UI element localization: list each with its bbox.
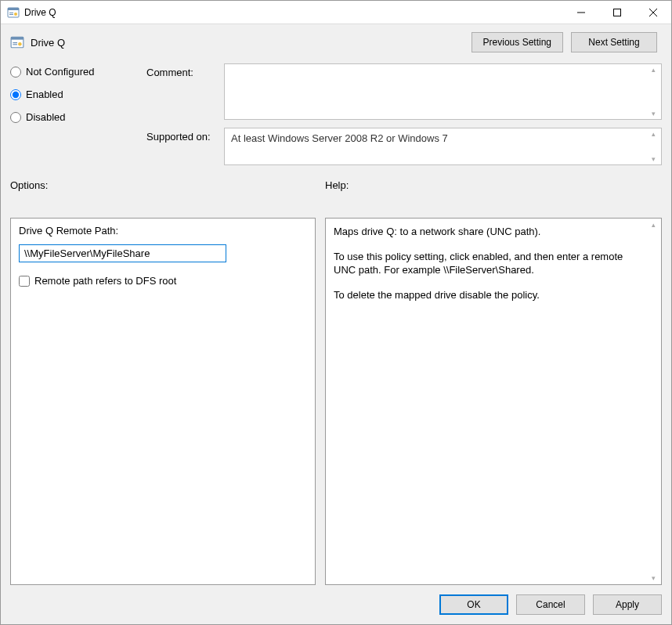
remote-path-label: Drive Q Remote Path: [19, 225, 307, 237]
svg-rect-10 [11, 37, 23, 39]
radio-disabled[interactable]: Disabled [10, 111, 143, 123]
cancel-button[interactable]: Cancel [516, 594, 585, 615]
svg-rect-2 [9, 13, 13, 13]
help-text: Maps drive Q: to a network share (UNC pa… [334, 225, 647, 302]
remote-path-input[interactable] [19, 244, 226, 262]
svg-rect-1 [8, 8, 19, 10]
svg-point-13 [18, 42, 22, 46]
svg-line-8 [649, 9, 657, 16]
header-row: Drive Q Previous Setting Next Setting [10, 32, 662, 52]
close-button[interactable] [635, 1, 671, 24]
radio-enabled-label: Enabled [26, 89, 63, 100]
options-label: Options: [10, 179, 316, 191]
previous-setting-button[interactable]: Previous Setting [471, 32, 563, 52]
state-radios: Not Configured Enabled Disabled [10, 63, 143, 123]
footer-buttons: OK Cancel Apply [10, 585, 662, 615]
config-section: Not Configured Enabled Disabled Comment:… [10, 63, 662, 165]
radio-not-configured[interactable]: Not Configured [10, 66, 143, 78]
comment-field[interactable]: ▴▾ [224, 63, 662, 120]
content-area: Drive Q Previous Setting Next Setting No… [1, 24, 671, 624]
policy-icon [7, 6, 20, 19]
ok-button[interactable]: OK [439, 594, 508, 615]
window-controls [563, 1, 671, 23]
svg-rect-6 [614, 9, 621, 16]
help-scrollbar[interactable]: ▴▾ [647, 221, 659, 582]
svg-rect-12 [13, 44, 17, 45]
minimize-button[interactable] [563, 1, 599, 24]
svg-line-7 [649, 9, 657, 16]
supported-on-label: Supported on: [146, 128, 221, 143]
comment-scrollbar[interactable]: ▴▾ [647, 66, 659, 117]
window-title: Drive Q [24, 7, 56, 18]
maximize-button[interactable] [599, 1, 635, 24]
help-pane: Maps drive Q: to a network share (UNC pa… [325, 218, 662, 585]
titlebar: Drive Q [1, 1, 671, 24]
help-label: Help: [325, 179, 662, 191]
radio-disabled-label: Disabled [26, 111, 66, 123]
comment-label: Comment: [146, 63, 221, 78]
options-pane: Drive Q Remote Path: Remote path refers … [10, 218, 316, 585]
policy-header-icon [10, 35, 24, 49]
radio-enabled[interactable]: Enabled [10, 89, 143, 100]
supported-on-field: At least Windows Server 2008 R2 or Windo… [224, 128, 662, 165]
help-p2: To use this policy setting, click enable… [334, 250, 647, 277]
apply-button[interactable]: Apply [593, 594, 662, 615]
svg-rect-3 [9, 14, 13, 15]
dfs-checkbox-label: Remote path refers to DFS root [34, 275, 176, 287]
supported-on-text: At least Windows Server 2008 R2 or Windo… [231, 132, 448, 144]
help-p1: Maps drive Q: to a network share (UNC pa… [334, 225, 647, 239]
radio-not-configured-label: Not Configured [26, 66, 94, 78]
dfs-checkbox-row[interactable]: Remote path refers to DFS root [19, 275, 307, 287]
next-setting-button[interactable]: Next Setting [571, 32, 657, 52]
svg-point-4 [14, 13, 17, 16]
radio-not-configured-input[interactable] [10, 67, 21, 78]
supported-scrollbar: ▴▾ [647, 130, 659, 163]
dfs-checkbox[interactable] [19, 276, 30, 287]
radio-disabled-input[interactable] [10, 112, 21, 123]
help-p3: To delete the mapped drive disable the p… [334, 288, 647, 302]
svg-rect-11 [13, 42, 17, 43]
radio-enabled-input[interactable] [10, 89, 21, 100]
policy-title: Drive Q [31, 37, 65, 49]
